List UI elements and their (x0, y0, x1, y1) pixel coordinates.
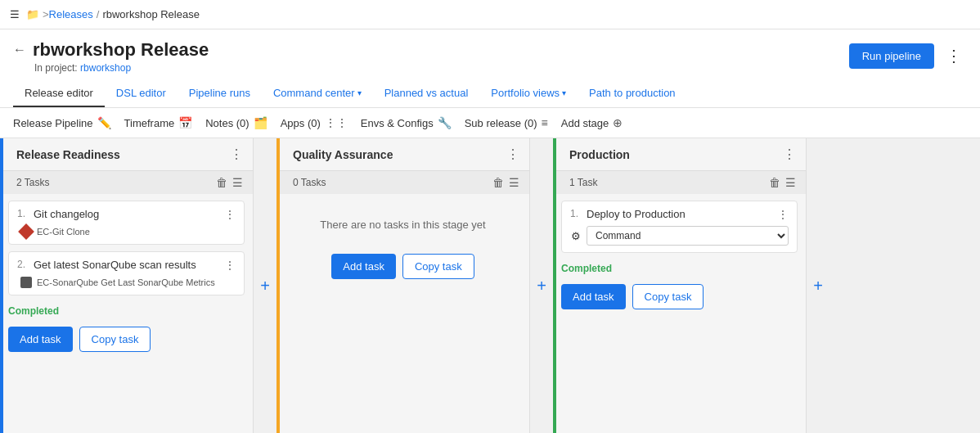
tasks-header-qa: 0 Tasks 🗑 ☰ (276, 171, 529, 194)
add-circle-icon: ⊕ (613, 116, 623, 129)
task-num-deploy: 1. (570, 208, 583, 219)
stage-title-quality-assurance: Quality Assurance (293, 148, 393, 161)
task-menu-sonarqube[interactable]: ⋮ (224, 259, 236, 272)
top-nav: ☰ 📁 > Releases / rbworkshop Release (0, 0, 980, 29)
stage-menu-button-qa[interactable]: ⋮ (506, 147, 519, 162)
tab-release-editor[interactable]: Release editor (13, 80, 105, 107)
tab-planned-vs-actual[interactable]: Planned vs actual (373, 80, 480, 107)
project-link[interactable]: rbworkshop (80, 62, 131, 74)
delete-tasks-button-rr[interactable]: 🗑 (216, 176, 227, 189)
command-select[interactable]: Command (587, 226, 789, 246)
task-card-git-changelog: 1. Git changelog ⋮ EC-Git Clone (8, 201, 245, 245)
timeframe-label: Timeframe (124, 117, 175, 129)
wrench-icon: 🔧 (438, 116, 452, 129)
tab-portfolio-views[interactable]: Portfolio views ▾ (479, 80, 578, 107)
completed-label-prod: Completed (553, 259, 806, 277)
stage-header-release-readiness: Release Readiness ⋮ (0, 138, 253, 171)
list-tasks-button-rr[interactable]: ☰ (232, 176, 243, 189)
task-count-release-readiness: 2 Tasks (16, 177, 49, 188)
tab-pipeline-runs[interactable]: Pipeline runs (178, 80, 262, 107)
toolbar-release-pipeline[interactable]: Release Pipeline ✏️ (13, 116, 111, 129)
task-count-prod: 1 Task (569, 177, 597, 188)
tab-command-center[interactable]: Command center ▾ (262, 80, 373, 107)
tab-path-to-production[interactable]: Path to production (578, 80, 687, 107)
toolbar-sub-release[interactable]: Sub release (0) ≡ (465, 116, 548, 129)
toolbar-apps[interactable]: Apps (0) ⋮⋮ (281, 116, 348, 129)
add-task-button-prod[interactable]: Add task (561, 284, 626, 309)
hamburger-icon[interactable]: ☰ (10, 8, 20, 20)
list-tasks-button-prod[interactable]: ☰ (785, 176, 796, 189)
run-pipeline-button[interactable]: Run pipeline (849, 43, 934, 69)
add-between-col-2-button[interactable]: + (537, 277, 546, 295)
task-card-sonarqube: 2. Get latest SonarQube scan results ⋮ E… (8, 251, 245, 295)
list-icon: ≡ (542, 116, 548, 129)
page-title: rbworkshop Release (33, 39, 209, 61)
stage-production: Production ⋮ 1 Task 🗑 ☰ 1. Deploy to Pro… (553, 138, 807, 433)
copy-task-button-prod[interactable]: Copy task (632, 284, 704, 309)
notes-icon: 🗂️ (254, 116, 267, 129)
sub-release-label: Sub release (0) (465, 117, 537, 129)
action-btns-rr: Add task Copy task (0, 320, 253, 359)
toolbar-notes[interactable]: Notes (0) 🗂️ (205, 116, 267, 129)
apps-grid-icon: ⋮⋮ (325, 116, 348, 129)
empty-stage-qa: There are no tasks in this stage yet Add… (276, 194, 529, 299)
between-col-1: + (254, 138, 276, 433)
more-options-button[interactable]: ⋮ (941, 43, 967, 69)
pencil-icon: ✏️ (97, 116, 111, 129)
task-sub-label-sonarqube: EC-SonarQube Get Last SonarQube Metrics (37, 277, 215, 287)
copy-task-button-qa[interactable]: Copy task (402, 254, 474, 279)
tab-dsl-editor[interactable]: DSL editor (105, 80, 178, 107)
add-between-col-3-button[interactable]: + (813, 277, 823, 295)
delete-tasks-button-qa[interactable]: 🗑 (492, 176, 504, 189)
page-header: ← rbworkshop Release In project: rbworks… (0, 29, 980, 108)
stage-menu-button-release-readiness[interactable]: ⋮ (230, 147, 243, 162)
stage-quality-assurance: Quality Assurance ⋮ 0 Tasks 🗑 ☰ There ar… (276, 138, 530, 433)
breadcrumb: Releases / rbworkshop Release (49, 8, 200, 20)
copy-task-button-rr[interactable]: Copy task (79, 327, 151, 352)
add-stage-label: Add stage (561, 117, 609, 129)
chevron-down-icon: ▾ (357, 88, 362, 97)
toolbar-timeframe[interactable]: Timeframe 📅 (124, 116, 193, 129)
task-num-1: 1. (17, 208, 30, 219)
add-task-button-qa[interactable]: Add task (331, 254, 396, 279)
chevron-down-icon-2: ▾ (562, 88, 566, 97)
tabs: Release editor DSL editor Pipeline runs … (13, 80, 967, 107)
back-arrow-icon[interactable]: ← (13, 43, 26, 57)
stage-header-production: Production ⋮ (553, 138, 806, 171)
task-card-deploy: 1. Deploy to Production ⋮ ⚙ Command (561, 201, 798, 253)
task-menu-git-changelog[interactable]: ⋮ (224, 208, 236, 221)
stage-menu-button-prod[interactable]: ⋮ (783, 147, 796, 162)
breadcrumb-releases[interactable]: Releases (49, 8, 93, 20)
task-title-deploy: Deploy to Production (587, 208, 777, 220)
folder-icon[interactable]: 📁 (26, 8, 39, 20)
between-col-3: + (807, 138, 829, 433)
tasks-header-prod: 1 Task 🗑 ☰ (553, 171, 806, 194)
release-pipeline-label: Release Pipeline (13, 117, 93, 129)
action-btns-qa: Add task Copy task (290, 247, 516, 286)
envs-configs-label: Envs & Configs (361, 117, 434, 129)
delete-tasks-button-prod[interactable]: 🗑 (769, 176, 780, 189)
toolbar-envs-configs[interactable]: Envs & Configs 🔧 (361, 116, 452, 129)
task-count-qa: 0 Tasks (293, 177, 326, 188)
stage-accent-green (553, 138, 556, 433)
toolbar-add-stage[interactable]: Add stage ⊕ (561, 116, 623, 129)
task-sub-label-git-clone: EC-Git Clone (37, 227, 90, 237)
run-pipeline-area: Run pipeline ⋮ (849, 43, 967, 69)
notes-label: Notes (0) (205, 117, 249, 129)
stage-header-quality-assurance: Quality Assurance ⋮ (276, 138, 529, 171)
between-col-2: + (530, 138, 553, 433)
project-label: In project: rbworkshop (34, 62, 209, 74)
stage-title-production: Production (569, 148, 630, 161)
task-num-2: 2. (17, 259, 30, 270)
add-between-col-1-button[interactable]: + (260, 277, 270, 295)
ec-img-icon (20, 277, 32, 288)
action-btns-prod: Add task Copy task (553, 277, 806, 316)
command-gear-icon: ⚙ (570, 230, 582, 241)
add-task-button-rr[interactable]: Add task (8, 327, 73, 352)
breadcrumb-sep-1: > (43, 8, 49, 20)
task-menu-deploy[interactable]: ⋮ (777, 208, 789, 221)
list-tasks-button-qa[interactable]: ☰ (509, 176, 519, 189)
page-title-section: ← rbworkshop Release In project: rbworks… (13, 39, 209, 74)
stage-accent-blue (0, 138, 3, 433)
empty-stage-text-qa: There are no tasks in this stage yet (290, 219, 516, 231)
